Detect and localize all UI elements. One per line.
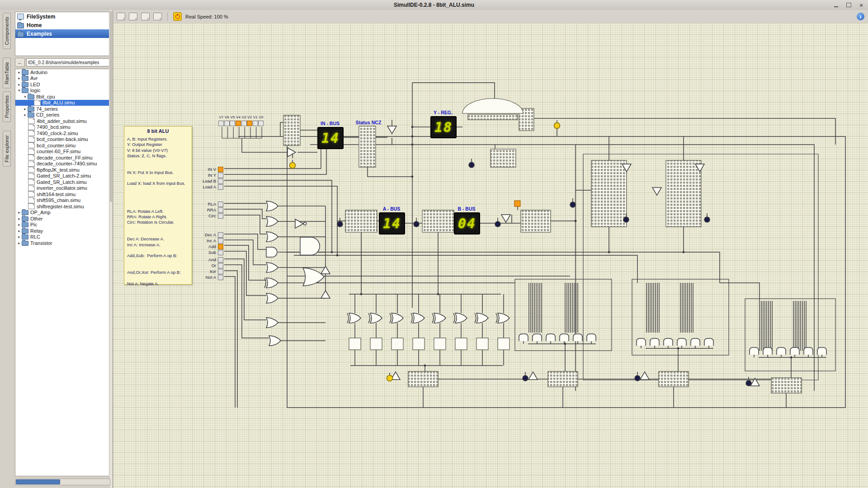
expand-arrow-icon[interactable]: ▸: [17, 241, 22, 245]
tab-ramtable[interactable]: RamTable: [3, 58, 11, 89]
tree-item[interactable]: decade_counter-7490.simu: [15, 161, 110, 167]
close-button[interactable]: ×: [858, 2, 864, 8]
expand-arrow-icon[interactable]: ▾: [23, 94, 28, 99]
tree-item[interactable]: ▸Avr: [15, 75, 110, 82]
tree-item[interactable]: bcd_counter.simu: [15, 142, 110, 149]
switch-add[interactable]: [218, 244, 223, 249]
bit-switch-v3[interactable]: [241, 121, 247, 126]
expand-arrow-icon[interactable]: ▸: [17, 235, 22, 239]
bit-switch-v0[interactable]: [258, 121, 264, 126]
minimize-button[interactable]: [833, 2, 839, 8]
expand-arrow-icon[interactable]: ▸: [17, 229, 22, 233]
tree-item[interactable]: ▸74_series: [15, 106, 110, 112]
tree-item[interactable]: 8bit_ALU.simu: [15, 100, 110, 106]
shortcut-examples[interactable]: Examples: [15, 29, 110, 38]
tree-item[interactable]: shift595_chain.simu: [15, 197, 110, 204]
bit-switch-v7[interactable]: [218, 121, 224, 126]
shortcut-filesystem[interactable]: FileSystem: [15, 12, 110, 21]
tree-item[interactable]: Gated_SR_Latch.simu: [15, 179, 110, 185]
tree-item[interactable]: ▸Relay: [15, 228, 110, 234]
tree-item[interactable]: inverter_oscillator.simu: [15, 185, 110, 192]
tree-item[interactable]: Gated_SR_Latch-2.simu: [15, 173, 110, 179]
tree-item[interactable]: 7490_clock-2.simu: [15, 130, 110, 136]
expand-arrow-icon[interactable]: ▾: [17, 88, 22, 93]
switch-in-v[interactable]: [218, 167, 223, 172]
switch-in-y[interactable]: [218, 173, 223, 178]
tab-components[interactable]: Components: [3, 13, 11, 49]
tree-item[interactable]: shiftregister-test.simu: [15, 203, 110, 210]
tree-vertical-scrollbar[interactable]: [109, 10, 113, 488]
circuit-canvas[interactable]: 8 bit ALU A, B: Input Registers.Y: Outpu…: [113, 23, 868, 488]
tree-item[interactable]: ▸OP_Amp: [15, 210, 110, 216]
scrollbar-thumb[interactable]: [16, 479, 60, 484]
save-as-circuit-icon[interactable]: [153, 13, 162, 20]
switch-label: Sub: [181, 250, 218, 255]
scrollbar-thumb[interactable]: [110, 11, 112, 202]
inverter-gate: [652, 188, 661, 195]
switch-label: Dec A: [181, 232, 218, 237]
tree-item[interactable]: counter-60_FF.simu: [15, 149, 110, 155]
maximize-button[interactable]: [845, 2, 852, 8]
switch-xor[interactable]: [218, 269, 223, 274]
save-circuit-icon[interactable]: [141, 13, 150, 20]
switch-load-b[interactable]: [218, 178, 223, 184]
tree-item[interactable]: ▸CD_series: [15, 112, 110, 118]
tab-file-explorer[interactable]: File explorer: [3, 131, 11, 167]
shortcut-home[interactable]: Home: [15, 21, 110, 29]
tree-item[interactable]: ▸Other: [15, 216, 110, 222]
switch-circ[interactable]: [218, 213, 223, 219]
switch-label: Inc A: [181, 238, 218, 243]
tree-item[interactable]: ▸Arduino: [15, 69, 110, 75]
tree-item[interactable]: ▾logic: [15, 88, 110, 94]
bit-switch-v5[interactable]: [230, 121, 235, 126]
status-chip: [359, 126, 376, 167]
bit-label: V4: [236, 115, 241, 121]
path-input[interactable]: [26, 58, 110, 66]
or-gate: [269, 336, 281, 346]
tree-item[interactable]: ▸RLC: [15, 234, 110, 240]
close-icon: ×: [859, 2, 863, 8]
expand-arrow-icon[interactable]: ▸: [17, 70, 22, 75]
tree-horizontal-scrollbar[interactable]: [15, 479, 110, 485]
open-circuit-icon[interactable]: [129, 13, 137, 20]
tree-item[interactable]: 7490_bcd.simu: [15, 124, 110, 131]
toggle-switch[interactable]: [514, 201, 520, 206]
switch-load-a[interactable]: [218, 184, 223, 190]
switch-and[interactable]: [218, 257, 223, 263]
bit-switch-v6[interactable]: [224, 121, 230, 126]
switch-rla[interactable]: [218, 202, 223, 207]
expand-arrow-icon[interactable]: ▸: [23, 107, 28, 111]
switch-not-a[interactable]: [218, 275, 223, 280]
file-explorer-panel: FileSystem Home Examples ← ▸Arduino▸Avr▸…: [14, 10, 113, 488]
expand-arrow-icon[interactable]: ▸: [23, 113, 28, 117]
expand-arrow-icon[interactable]: ▸: [17, 222, 22, 227]
switch-inc-a[interactable]: [218, 238, 223, 244]
info-icon[interactable]: i: [857, 13, 864, 20]
tab-properties[interactable]: Properties: [3, 91, 11, 122]
tree-item[interactable]: shift164-test.simu: [15, 191, 110, 197]
power-circuit-icon[interactable]: [173, 12, 182, 21]
tree-item[interactable]: decade_counter_FF.simu: [15, 155, 110, 161]
bit-switch-v2[interactable]: [247, 121, 252, 126]
tree-item[interactable]: ▾8bit_cpu: [15, 94, 110, 100]
new-circuit-icon[interactable]: [117, 13, 125, 20]
in-bus-value: 14: [318, 128, 343, 148]
expand-arrow-icon[interactable]: ▸: [17, 76, 22, 80]
switch-or[interactable]: [218, 263, 223, 268]
tree-item[interactable]: ▸Transistor: [15, 240, 110, 246]
tree-item[interactable]: ▸LED: [15, 81, 110, 88]
back-button[interactable]: ←: [15, 58, 25, 67]
expand-arrow-icon[interactable]: ▸: [17, 210, 22, 215]
tree-item[interactable]: 4bit_adder_subst.simu: [15, 118, 110, 124]
expand-arrow-icon[interactable]: ▸: [17, 82, 22, 87]
expand-arrow-icon[interactable]: ▸: [17, 216, 22, 221]
switch-sub[interactable]: [218, 250, 223, 255]
simulide-window: SimulIDE-0.2.8 - 8bit_ALU.simu × Compone…: [0, 0, 868, 488]
switch-dec-a[interactable]: [218, 232, 223, 238]
tree-item[interactable]: ▸Pic: [15, 222, 110, 228]
tree-item[interactable]: flipflopJK_test.simu: [15, 167, 110, 173]
switch-rra[interactable]: [218, 207, 223, 213]
bit-switch-v4[interactable]: [236, 121, 241, 126]
tree-item[interactable]: bcd_counter-back.simu: [15, 136, 110, 143]
bit-switch-v1[interactable]: [253, 121, 258, 126]
